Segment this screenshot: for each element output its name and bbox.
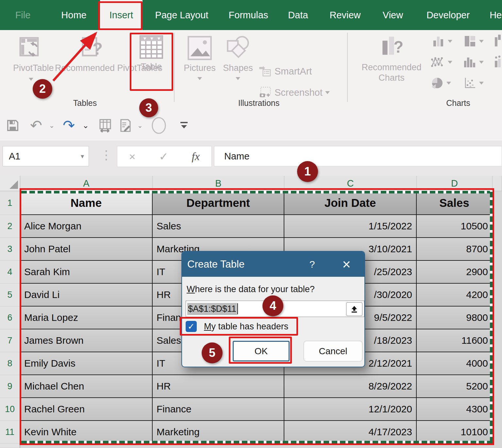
tab-insert[interactable]: Insert <box>100 0 142 30</box>
cell-d1[interactable]: Sales <box>417 191 493 215</box>
tab-home[interactable]: Home <box>55 0 93 30</box>
recommended-charts-button[interactable]: ? Recommended Charts <box>356 35 427 83</box>
hierarchy-chart-button[interactable] <box>463 35 484 48</box>
customize-qat-button[interactable] <box>179 116 189 135</box>
scatter-chart-button[interactable] <box>463 76 484 90</box>
cell[interactable]: David Li <box>20 284 153 307</box>
row-header[interactable]: 4 <box>0 261 20 284</box>
formula-bar[interactable]: Name <box>214 146 502 166</box>
tab-page-layout[interactable]: Page Layout <box>148 0 216 30</box>
save-button[interactable] <box>6 116 20 135</box>
column-header-d[interactable]: D <box>417 176 493 191</box>
row-header[interactable]: 6 <box>0 307 20 329</box>
cell[interactable]: 8/29/2022 <box>284 375 417 398</box>
row-header[interactable]: 1 <box>0 191 20 215</box>
tab-help[interactable]: Help <box>486 0 502 30</box>
my-table-has-headers-checkbox[interactable]: ✓ <box>186 321 197 332</box>
cell[interactable]: Michael Chen <box>20 375 153 398</box>
cell[interactable]: John Patel <box>20 238 153 261</box>
cell[interactable]: 5200 <box>417 375 493 398</box>
formula-bar-resize-dots-icon[interactable]: ⋮ <box>100 148 112 162</box>
row-header[interactable]: 3 <box>0 238 20 261</box>
tab-file[interactable]: File <box>10 0 36 30</box>
cell[interactable]: 10500 <box>417 215 493 238</box>
shapes-button[interactable]: Shapes <box>220 35 256 81</box>
cancel-button[interactable]: Cancel <box>304 341 362 361</box>
tab-formulas[interactable]: Formulas <box>224 0 273 30</box>
redo-dropdown[interactable]: ⌄ <box>82 116 89 135</box>
cell[interactable]: Sarah Kim <box>20 261 153 284</box>
dialog-close-button[interactable]: × <box>335 252 358 277</box>
cell[interactable]: 8700 <box>417 238 493 261</box>
tab-view[interactable]: View <box>376 0 410 30</box>
dialog-help-button[interactable]: ? <box>302 252 322 277</box>
cell-b1[interactable]: Department <box>153 191 284 215</box>
select-all-corner[interactable] <box>0 176 20 191</box>
row-header[interactable]: 11 <box>0 421 20 444</box>
cell[interactable]: 4000 <box>417 352 493 375</box>
ok-button[interactable]: OK <box>233 341 290 361</box>
recommended-pivottables-button[interactable]: ? Recommended PivotTables <box>55 36 130 73</box>
collapse-dialog-button[interactable] <box>346 302 362 316</box>
row-header[interactable]: 2 <box>0 215 20 238</box>
cell[interactable]: Maria Lopez <box>20 307 153 329</box>
column-header-b[interactable]: B <box>153 176 284 191</box>
line-chart-button[interactable] <box>431 56 452 69</box>
cell[interactable]: Rachel Green <box>20 398 153 421</box>
column-header-c[interactable]: C <box>284 176 417 191</box>
cell[interactable]: 10100 <box>417 421 493 444</box>
cell[interactable]: James Brown <box>20 329 153 352</box>
column-width-button[interactable] <box>98 116 112 135</box>
pie-chart-button[interactable] <box>431 76 451 90</box>
row-header[interactable]: 8 <box>0 352 20 375</box>
form-dropdown[interactable]: ⌄ <box>137 116 143 135</box>
cell[interactable]: 11600 <box>417 329 493 352</box>
insert-function-icon[interactable]: fx <box>192 150 200 163</box>
cell-c1[interactable]: Join Date <box>284 191 417 215</box>
oval-shape-button[interactable] <box>151 116 167 135</box>
tab-review[interactable]: Review <box>322 0 368 30</box>
cancel-entry-icon[interactable]: × <box>129 150 136 163</box>
cell[interactable]: Marketing <box>153 421 284 444</box>
name-box-dropdown-icon[interactable]: ▾ <box>81 152 84 160</box>
enter-entry-icon[interactable]: ✓ <box>159 150 168 163</box>
cell[interactable]: Kevin White <box>20 421 153 444</box>
cell[interactable]: Alice Morgan <box>20 215 153 238</box>
column-chart-button[interactable] <box>432 35 452 48</box>
cell[interactable]: Finance <box>153 398 284 421</box>
histogram-chart-chevron-icon <box>479 61 484 64</box>
tab-data[interactable]: Data <box>282 0 314 30</box>
cell[interactable]: 4/17/2023 <box>284 421 417 444</box>
cell[interactable]: Sales <box>153 215 284 238</box>
table-range-input[interactable]: $A$1:$D$11 <box>186 301 364 317</box>
headers-checkbox-label[interactable]: My table has headers <box>204 322 288 332</box>
cell[interactable]: 9800 <box>417 307 493 329</box>
redo-button[interactable]: ↷ <box>63 116 75 135</box>
cell[interactable]: 1/15/2022 <box>284 215 417 238</box>
undo-dropdown[interactable]: ⌄ <box>49 116 55 135</box>
cell[interactable]: HR <box>153 375 284 398</box>
screenshot-button[interactable]: Screenshot <box>258 86 330 99</box>
form-button[interactable] <box>118 116 133 135</box>
table-button[interactable]: Table <box>133 34 169 72</box>
undo-button[interactable]: ↶ <box>30 116 42 135</box>
tab-developer[interactable]: Developer <box>418 0 478 30</box>
row-header[interactable]: 7 <box>0 329 20 352</box>
smartart-button[interactable]: SmartArt <box>258 65 312 77</box>
cell[interactable]: 4300 <box>417 398 493 421</box>
pictures-button[interactable]: Pictures <box>182 35 218 81</box>
histogram-chart-button[interactable] <box>463 56 484 69</box>
row-header[interactable]: 10 <box>0 398 20 421</box>
cell[interactable]: 4200 <box>417 284 493 307</box>
cell[interactable]: 2900 <box>417 261 493 284</box>
cell-a1[interactable]: Name <box>20 191 153 215</box>
column-header-a[interactable]: A <box>20 176 153 191</box>
row-header[interactable]: 9 <box>0 375 20 398</box>
hierarchy-chart-chevron-icon <box>479 40 484 43</box>
row-header[interactable]: 5 <box>0 284 20 307</box>
cell[interactable]: Emily Davis <box>20 352 153 375</box>
pivottable-button[interactable]: PivotTable <box>13 36 49 82</box>
name-box[interactable]: A1 ▾ <box>3 146 89 166</box>
cell[interactable]: 12/1/2020 <box>284 398 417 421</box>
grid-sliver <box>493 284 502 307</box>
